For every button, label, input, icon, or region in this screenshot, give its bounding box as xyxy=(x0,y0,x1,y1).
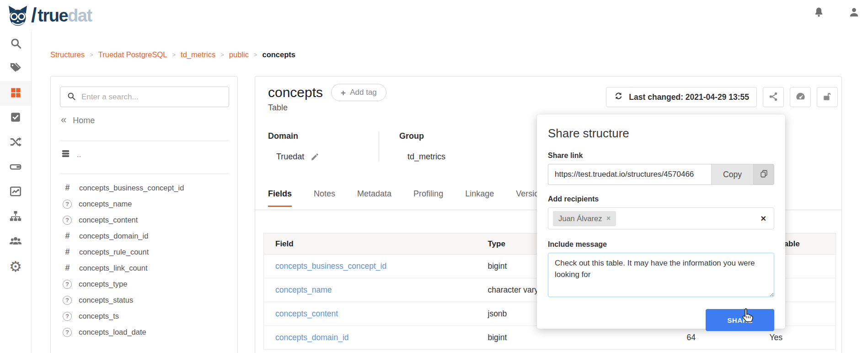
home-nav[interactable]: « Home xyxy=(61,116,95,125)
sidebar-rail: ⚙ xyxy=(0,32,32,353)
sidebar-item-tags[interactable] xyxy=(0,56,31,81)
parent-folder-nav[interactable]: .. xyxy=(61,149,81,161)
edit-domain-pencil-icon[interactable] xyxy=(311,152,319,161)
field-list: # concepts_business_concept_id ? concept… xyxy=(51,180,237,340)
field-link[interactable]: concepts_business_concept_id xyxy=(275,261,386,271)
sidebar-item-lineage[interactable] xyxy=(0,130,31,155)
breadcrumb-link-database[interactable]: td_metrics xyxy=(181,50,215,59)
share-submit-button[interactable]: SHARE xyxy=(706,309,774,331)
domain-value: Truedat xyxy=(276,152,304,162)
home-label: Home xyxy=(73,116,95,125)
detail-tabs: Fields Notes Metadata Profiling Linkage … xyxy=(268,189,547,207)
search-icon xyxy=(67,92,76,103)
sidebar-item-dashboards[interactable] xyxy=(0,180,31,205)
field-list-label: concepts_link_count xyxy=(79,264,148,272)
field-link[interactable]: concepts_name xyxy=(275,285,332,294)
breadcrumb-current: concepts xyxy=(263,50,295,59)
tab-notes[interactable]: Notes xyxy=(314,189,335,207)
breadcrumb-link-structures[interactable]: Structures xyxy=(50,50,85,59)
field-list-item[interactable]: ? concepts_ts xyxy=(51,308,237,324)
divider xyxy=(60,141,229,141)
domain-group-section: Domain Truedat Group td_metrics xyxy=(268,131,477,162)
field-list-item[interactable]: # concepts_domain_id xyxy=(51,228,237,244)
question-icon: ? xyxy=(63,200,72,209)
field-list-item[interactable]: ? concepts_type xyxy=(51,276,237,292)
tab-linkage[interactable]: Linkage xyxy=(465,189,494,207)
recipient-chip: Juan Álvarez ✕ xyxy=(553,211,616,226)
sidebar-item-settings[interactable]: ⚙ xyxy=(0,254,31,279)
sidebar-item-quality[interactable] xyxy=(0,106,31,130)
unlock-icon-button[interactable] xyxy=(817,87,838,107)
divider xyxy=(60,174,229,174)
share-link-group: Copy xyxy=(548,164,774,185)
add-tag-button[interactable]: + Add tag xyxy=(331,84,386,101)
question-icon: ? xyxy=(63,280,72,289)
breadcrumb-separator: > xyxy=(90,51,93,58)
remove-recipient-icon[interactable]: ✕ xyxy=(606,215,611,222)
tab-metadata[interactable]: Metadata xyxy=(357,189,391,207)
sidebar-item-taxonomy[interactable] xyxy=(0,205,31,229)
chart-line-icon xyxy=(9,185,22,200)
last-changed-button[interactable]: Last changed: 2021-04-29 13:55 xyxy=(606,87,757,107)
structure-actions: Last changed: 2021-04-29 13:55 xyxy=(606,87,838,107)
field-list-label: concepts_name xyxy=(79,200,132,208)
message-textarea[interactable]: Check out this table. It may have the in… xyxy=(548,253,774,297)
parent-folder-label: .. xyxy=(77,150,81,159)
message-label: Include message xyxy=(548,240,774,249)
add-tag-label: Add tag xyxy=(350,88,377,97)
field-list-label: concepts_status xyxy=(79,296,133,304)
shuffle-icon xyxy=(9,136,22,150)
search-icon xyxy=(10,37,22,51)
question-icon: ? xyxy=(63,296,72,305)
check-square-icon xyxy=(10,111,21,125)
breadcrumb-link-system[interactable]: Truedat PostgreSQL xyxy=(98,50,167,59)
field-list-item[interactable]: # concepts_rule_count xyxy=(51,244,237,260)
share-structure-modal: Share structure Share link Copy Add reci… xyxy=(537,114,785,329)
quality-dashboard-button[interactable] xyxy=(790,87,811,107)
tab-fields[interactable]: Fields xyxy=(268,189,292,207)
field-list-item[interactable]: ? concepts_content xyxy=(51,212,237,228)
copy-button[interactable]: Copy xyxy=(711,164,753,185)
copy-icon-button[interactable] xyxy=(753,164,774,185)
logo-slash: / xyxy=(31,4,37,27)
sidebar-item-search[interactable] xyxy=(0,32,31,56)
clear-recipients-icon[interactable]: ✕ xyxy=(761,214,766,223)
search-box xyxy=(60,87,229,107)
tab-profiling[interactable]: Profiling xyxy=(413,189,443,207)
field-list-item[interactable]: # concepts_link_count xyxy=(51,260,237,276)
share-icon xyxy=(768,92,778,103)
column-header-field: Field xyxy=(264,234,486,255)
breadcrumb-link-schema[interactable]: public xyxy=(229,50,249,59)
field-list-label: concepts_business_concept_id xyxy=(79,184,184,192)
group-value: td_metrics xyxy=(407,152,445,162)
user-avatar-icon[interactable] xyxy=(848,6,860,18)
hash-icon: # xyxy=(63,247,72,257)
sidebar-item-systems[interactable] xyxy=(0,155,31,180)
logo-text-secondary: dat xyxy=(68,6,92,26)
share-link-input[interactable] xyxy=(548,164,711,185)
hash-icon: # xyxy=(63,183,72,193)
field-list-item[interactable]: ? concepts_name xyxy=(51,196,237,212)
sidebar-item-structures[interactable] xyxy=(0,81,31,106)
owl-logo-icon xyxy=(6,5,29,27)
unlock-icon xyxy=(822,92,832,103)
field-list-item[interactable]: ? concepts_status xyxy=(51,292,237,308)
notifications-bell-icon[interactable] xyxy=(813,6,825,18)
field-list-item[interactable]: ? concepts_load_date xyxy=(51,324,237,340)
field-link[interactable]: concepts_content xyxy=(275,309,338,318)
share-structure-button[interactable] xyxy=(763,87,784,107)
field-list-item[interactable]: # concepts_business_concept_id xyxy=(51,180,237,196)
modal-title: Share structure xyxy=(548,126,774,141)
field-link[interactable]: concepts_domain_id xyxy=(275,333,349,342)
header-actions xyxy=(813,6,860,18)
question-icon: ? xyxy=(63,328,72,337)
sitemap-icon xyxy=(9,210,22,224)
share-link-label: Share link xyxy=(548,152,774,160)
field-nullable: Yes xyxy=(765,326,836,350)
breadcrumb-separator: > xyxy=(254,51,257,58)
field-list-label: concepts_type xyxy=(79,280,127,288)
structure-search-input[interactable] xyxy=(81,92,222,102)
tags-icon xyxy=(9,61,22,76)
recipients-input[interactable]: Juan Álvarez ✕ ✕ xyxy=(548,207,774,229)
sidebar-item-users[interactable] xyxy=(0,229,31,254)
